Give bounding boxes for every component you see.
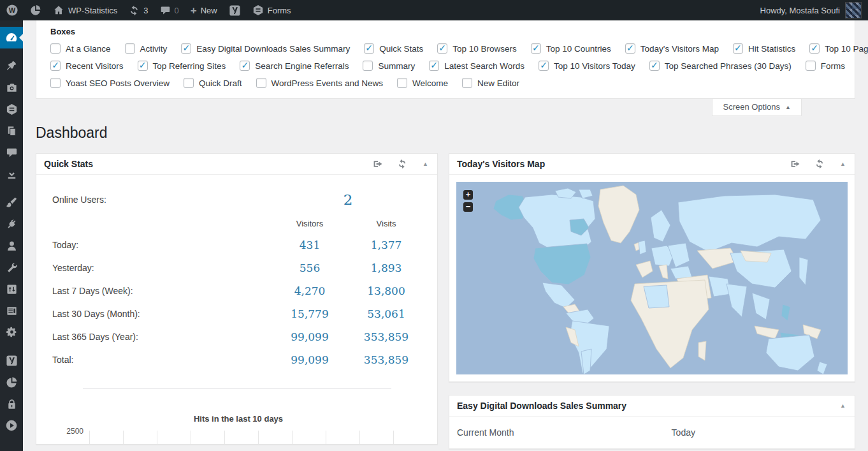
checkbox[interactable] xyxy=(181,43,191,54)
checkbox[interactable] xyxy=(364,43,374,54)
map-zoom-out-button[interactable]: − xyxy=(463,202,473,212)
sidebar-item-forms[interactable] xyxy=(0,98,23,120)
yoast-seo-menu[interactable] xyxy=(223,0,247,20)
checkbox-label: Forms xyxy=(821,61,845,71)
screen-option-checkbox-item[interactable]: Top 10 Visitors Today xyxy=(539,61,635,71)
quick-stats-widget: Quick Stats ▲ Online Users: 2 xyxy=(36,153,438,445)
screen-option-checkbox-item[interactable]: Summary xyxy=(363,61,415,71)
sidebar-item-appearance[interactable] xyxy=(0,191,23,213)
screen-option-checkbox-item[interactable]: Top 10 Countries xyxy=(531,43,611,54)
screen-option-checkbox-item[interactable]: Quick Draft xyxy=(184,78,242,88)
new-label: New xyxy=(201,6,217,15)
screen-option-checkbox-item[interactable]: Top 10 Browsers xyxy=(437,43,517,54)
screen-option-checkbox-item[interactable]: At a Glance xyxy=(50,43,111,54)
checkbox[interactable] xyxy=(363,61,373,71)
sidebar-item-pages[interactable] xyxy=(0,120,23,142)
sidebar-item-users[interactable] xyxy=(0,235,23,256)
comments-menu[interactable]: 0 xyxy=(154,0,185,20)
forms-menu[interactable]: Forms xyxy=(247,0,297,20)
screen-option-checkbox-item[interactable]: Top 10 Pages xyxy=(809,43,868,54)
checkbox[interactable] xyxy=(806,61,816,71)
world-map[interactable] xyxy=(456,182,848,374)
map-zoom-in-button[interactable]: + xyxy=(463,190,473,200)
screen-option-checkbox-item[interactable]: Recent Visitors xyxy=(50,61,124,71)
collapse-toggle-icon[interactable]: ▲ xyxy=(421,161,430,167)
screen-option-checkbox-item[interactable]: Top Searched Phrases (30 Days) xyxy=(649,61,792,71)
checkbox-label: Top 10 Visitors Today xyxy=(554,61,635,71)
checkbox[interactable] xyxy=(649,61,660,71)
screen-option-checkbox-item[interactable]: Today's Visitors Map xyxy=(625,43,719,54)
screen-option-checkbox-item[interactable]: Easy Digital Downloads Sales Summary xyxy=(181,43,350,54)
sidebar-item-wp-statistics[interactable] xyxy=(0,371,23,393)
wrench-icon xyxy=(6,262,18,274)
new-content-menu[interactable]: + New xyxy=(185,0,223,20)
checkbox[interactable] xyxy=(50,43,61,54)
stats-visits-value: 13,800 xyxy=(348,285,424,297)
edd-sales-header: Easy Digital Downloads Sales Summary ▲ xyxy=(449,396,855,417)
statistics-menu[interactable] xyxy=(24,0,47,20)
screen-option-checkbox-item[interactable]: New Editor xyxy=(462,78,519,88)
updates-menu[interactable]: 3 xyxy=(123,0,154,20)
checkbox[interactable] xyxy=(125,43,135,54)
screen-option-checkbox-item[interactable]: Quick Stats xyxy=(364,43,423,54)
refresh-icon[interactable] xyxy=(397,159,407,169)
sidebar-item-downloads[interactable] xyxy=(0,163,23,185)
sidebar-item-plugins[interactable] xyxy=(0,213,23,235)
sidebar-item-tools[interactable] xyxy=(0,256,23,278)
export-icon[interactable] xyxy=(373,159,383,169)
screen-option-checkbox-item[interactable]: Top Referring Sites xyxy=(138,61,226,71)
stats-row-label: Yesterday: xyxy=(52,263,271,273)
checkbox[interactable] xyxy=(531,43,541,54)
screen-option-checkbox-item[interactable]: Search Engine Referrals xyxy=(240,61,349,71)
checkbox[interactable] xyxy=(462,78,472,88)
screen-options-tab[interactable]: Screen Options ▲ xyxy=(712,99,802,116)
dashboard-gauge-icon xyxy=(5,31,18,44)
sidebar-item-content-box[interactable] xyxy=(0,300,23,322)
sidebar-item-video[interactable] xyxy=(0,415,23,436)
checkbox[interactable] xyxy=(50,78,61,88)
collapse-toggle-icon[interactable]: ▲ xyxy=(839,161,847,167)
gear-icon xyxy=(6,327,18,339)
stats-visitors-value: 431 xyxy=(271,239,348,251)
stats-row: Total: 99,099 353,859 xyxy=(52,348,424,371)
checkbox[interactable] xyxy=(184,78,194,88)
checkbox[interactable] xyxy=(429,61,439,71)
sidebar-item-security[interactable] xyxy=(0,393,23,415)
export-icon[interactable] xyxy=(790,159,800,169)
checkbox[interactable] xyxy=(437,43,447,54)
pages-icon xyxy=(6,125,18,137)
collapse-toggle-icon[interactable]: ▲ xyxy=(839,403,847,409)
visits-column-header: Visits xyxy=(348,219,424,228)
refresh-icon[interactable] xyxy=(814,159,825,169)
checkbox[interactable] xyxy=(733,43,743,54)
checkbox-label: Quick Stats xyxy=(379,44,423,54)
screen-option-checkbox-item[interactable]: Yoast SEO Posts Overview xyxy=(50,78,170,88)
checkbox[interactable] xyxy=(50,61,61,71)
checkbox[interactable] xyxy=(256,78,266,88)
checkbox[interactable] xyxy=(625,43,635,54)
screen-option-checkbox-item[interactable]: Forms xyxy=(806,61,845,71)
sidebar-item-yoast-seo[interactable] xyxy=(0,350,23,371)
screen-option-checkbox-item[interactable]: Latest Search Words xyxy=(429,61,524,71)
sidebar-item-posts[interactable] xyxy=(0,55,23,77)
checkbox[interactable] xyxy=(397,78,407,88)
checkbox-label: Hit Statistics xyxy=(748,44,795,54)
sidebar-item-settings[interactable] xyxy=(0,322,23,343)
screen-option-checkbox-item[interactable]: Welcome xyxy=(397,78,448,88)
checkbox[interactable] xyxy=(809,43,820,54)
screen-option-checkbox-item[interactable]: Hit Statistics xyxy=(733,43,795,54)
my-account-menu[interactable]: Howdy, Mostafa Soufi xyxy=(760,0,868,20)
hits-chart: 2500 xyxy=(52,431,424,444)
checkbox[interactable] xyxy=(539,61,549,71)
screen-option-checkbox-item[interactable]: WordPress Events and News xyxy=(256,78,383,88)
checkbox[interactable] xyxy=(138,61,148,71)
checkbox[interactable] xyxy=(240,61,250,71)
stats-row: Last 7 Days (Week): 4,270 13,800 xyxy=(52,279,424,302)
screen-option-checkbox-item[interactable]: Activity xyxy=(125,43,168,54)
sidebar-item-options[interactable] xyxy=(0,278,23,300)
sidebar-item-media[interactable] xyxy=(0,77,23,98)
sidebar-item-dashboard[interactable] xyxy=(0,27,23,48)
site-name-menu[interactable]: WP-Statistics xyxy=(47,0,123,20)
sidebar-item-comments[interactable] xyxy=(0,142,23,163)
wordpress-logo-menu[interactable]: W xyxy=(0,0,24,20)
